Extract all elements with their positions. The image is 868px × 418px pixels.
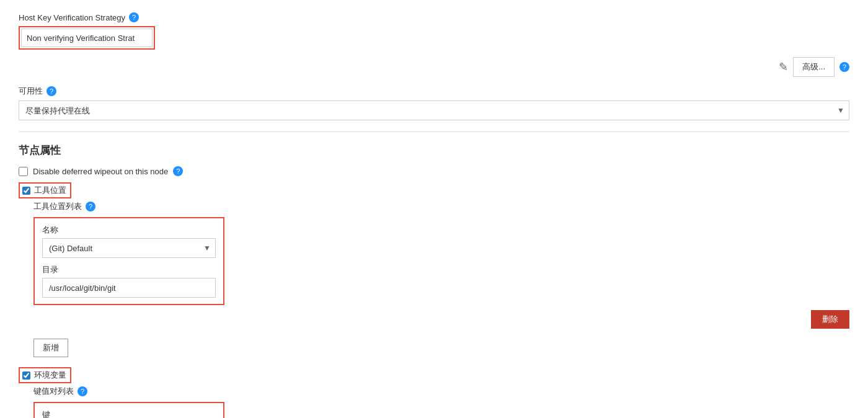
name-select[interactable]: (Git) Default (Git) Custom bbox=[42, 238, 216, 258]
node-properties-title: 节点属性 bbox=[19, 143, 849, 158]
advanced-help-icon[interactable]: ? bbox=[839, 62, 849, 72]
tool-location-label: 工具位置 bbox=[34, 185, 66, 196]
host-key-text: Host Key Verification Strategy bbox=[19, 13, 125, 22]
env-vars-checkbox-box: 环境变量 bbox=[19, 367, 71, 383]
advanced-button[interactable]: 高级... bbox=[793, 57, 835, 77]
host-key-dropdown-box: Non verifying Verification Strategy Know… bbox=[19, 26, 155, 50]
availability-help-icon[interactable]: ? bbox=[46, 86, 56, 96]
divider bbox=[19, 131, 849, 132]
tool-location-list-help-icon[interactable]: ? bbox=[86, 202, 95, 211]
env-vars-section: 环境变量 键值对列表 ? 键 值 bbox=[19, 367, 849, 418]
availability-label: 可用性 ? bbox=[19, 86, 849, 97]
env-vars-kv-text: 键值对列表 bbox=[33, 386, 74, 397]
edit-icon: ✎ bbox=[779, 60, 788, 74]
tool-location-section: 工具位置列表 ? 名称 (Git) Default (Git) Custom ▼… bbox=[33, 201, 849, 357]
availability-text: 可用性 bbox=[19, 86, 43, 97]
name-select-wrapper: (Git) Default (Git) Custom ▼ bbox=[42, 238, 216, 258]
key-label: 键 bbox=[42, 409, 216, 418]
env-kv-box: 键 值 bbox=[33, 402, 224, 418]
tool-location-detail-box: 名称 (Git) Default (Git) Custom ▼ 目录 bbox=[33, 217, 224, 305]
disable-wipeout-row: Disable deferred wipeout on this node ? bbox=[19, 166, 849, 176]
env-vars-help-icon[interactable]: ? bbox=[78, 386, 87, 396]
disable-wipeout-help-icon[interactable]: ? bbox=[173, 166, 183, 176]
env-vars-checkbox[interactable] bbox=[22, 371, 30, 380]
disable-wipeout-label: Disable deferred wipeout on this node bbox=[33, 167, 168, 176]
availability-select[interactable]: 尽量保持代理在线 尽可能使代理脱机 按需使代理上线 bbox=[19, 100, 849, 120]
delete-button[interactable]: 删除 bbox=[811, 310, 849, 329]
disable-wipeout-checkbox[interactable] bbox=[19, 167, 28, 176]
delete-btn-row: 删除 bbox=[33, 310, 849, 329]
host-key-select[interactable]: Non verifying Verification Strategy Know… bbox=[21, 29, 153, 47]
tool-location-checkbox[interactable] bbox=[22, 187, 30, 195]
host-key-help-icon[interactable]: ? bbox=[129, 12, 139, 22]
add-btn-row: 新增 bbox=[33, 334, 849, 357]
directory-input[interactable] bbox=[42, 278, 216, 298]
name-label: 名称 bbox=[42, 225, 216, 236]
env-vars-label: 环境变量 bbox=[34, 370, 66, 381]
env-vars-detail: 键值对列表 ? 键 值 bbox=[33, 386, 849, 418]
tool-location-list-text: 工具位置列表 bbox=[33, 201, 82, 212]
host-key-label: Host Key Verification Strategy ? bbox=[19, 12, 849, 22]
tool-location-checkbox-box: 工具位置 bbox=[19, 182, 71, 198]
directory-label: 目录 bbox=[42, 264, 216, 275]
env-vars-kv-label: 键值对列表 ? bbox=[33, 386, 849, 397]
tool-location-list-label: 工具位置列表 ? bbox=[33, 201, 849, 212]
availability-dropdown-wrapper: 尽量保持代理在线 尽可能使代理脱机 按需使代理上线 ▼ bbox=[19, 100, 849, 120]
add-button[interactable]: 新增 bbox=[33, 339, 68, 357]
